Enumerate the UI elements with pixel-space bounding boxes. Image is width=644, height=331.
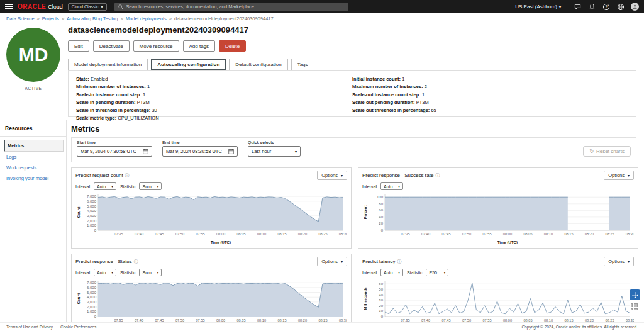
svg-text:Count: Count bbox=[77, 293, 80, 304]
svg-text:30: 30 bbox=[379, 298, 383, 302]
sidebar-item-metrics[interactable]: Metrics bbox=[4, 140, 64, 152]
breadcrumb-data-science[interactable]: Data Science bbox=[6, 16, 35, 21]
drag-grid-icon[interactable] bbox=[631, 303, 638, 310]
calendar-icon[interactable] bbox=[228, 149, 234, 154]
terms-link[interactable]: Terms of Use and Privacy bbox=[6, 325, 53, 329]
interval-label: Interval bbox=[75, 184, 90, 189]
cloud-classic-button[interactable]: Cloud Classic ▾ bbox=[68, 3, 107, 11]
svg-text:07:35: 07:35 bbox=[114, 232, 123, 236]
tab-autoscaling-configuration[interactable]: Autoscaling configuration bbox=[151, 59, 226, 70]
reset-charts-button[interactable]: ↻ Reset charts bbox=[583, 146, 631, 157]
chevron-down-icon: ▾ bbox=[341, 174, 343, 177]
cloud-classic-label: Cloud Classic bbox=[72, 4, 99, 9]
svg-text:5,000: 5,000 bbox=[87, 205, 97, 208]
config-label: Scale-in instance count step: bbox=[76, 92, 142, 98]
start-time-field: Start time Mar 9, 2024 07:30:58 UTC bbox=[77, 140, 152, 157]
svg-text:80: 80 bbox=[379, 202, 383, 206]
breadcrumb-model-deployments[interactable]: Model deployments bbox=[126, 16, 167, 21]
language-globe-icon[interactable] bbox=[616, 3, 625, 11]
end-time-input[interactable]: Mar 9, 2024 08:30:58 UTC bbox=[162, 146, 238, 157]
announcements-icon[interactable] bbox=[573, 3, 582, 11]
chart-options-button[interactable]: Options▾ bbox=[317, 171, 347, 180]
chart-options-button[interactable]: Options▾ bbox=[317, 257, 347, 266]
user-profile-icon[interactable] bbox=[631, 3, 639, 11]
time-controls-panel: Start time Mar 9, 2024 07:30:58 UTC End … bbox=[71, 137, 636, 162]
statistic-select[interactable]: Sum▾ bbox=[139, 269, 162, 276]
quick-selects-dropdown[interactable]: Last hour ▾ bbox=[248, 146, 301, 157]
svg-text:08:10: 08:10 bbox=[257, 232, 266, 236]
region-selector[interactable]: US East (Ashburn) ▾ bbox=[515, 4, 561, 9]
sidebar-item-work-requests[interactable]: Work requests bbox=[4, 162, 64, 173]
statistic-select[interactable]: P50▾ bbox=[426, 269, 448, 276]
start-time-input[interactable]: Mar 9, 2024 07:30:58 UTC bbox=[77, 146, 152, 157]
interval-select[interactable]: Auto▾ bbox=[380, 182, 403, 190]
svg-text:4,000: 4,000 bbox=[87, 295, 97, 299]
config-row-scale-out-threshold: Scale-out threshold in percentage: 65 bbox=[352, 108, 628, 113]
edit-button[interactable]: Edit bbox=[68, 40, 89, 52]
svg-text:07:50: 07:50 bbox=[462, 232, 471, 236]
delete-button[interactable]: Delete bbox=[219, 40, 246, 52]
sidebar-item-invoking-your-model[interactable]: Invoking your model bbox=[4, 173, 64, 184]
chart-header: Predict response - Status ⓘ Options▾ bbox=[75, 257, 347, 266]
svg-text:08:00: 08:00 bbox=[503, 232, 512, 236]
statistic-value: Sum bbox=[142, 271, 151, 275]
interval-select[interactable]: Auto▾ bbox=[94, 182, 116, 190]
svg-text:08:00: 08:00 bbox=[216, 232, 225, 236]
oci-console-page: ORACLE Cloud Cloud Classic ▾ Search reso… bbox=[0, 0, 644, 331]
chart-title: Predict request count bbox=[75, 172, 123, 178]
chevron-down-icon: ▾ bbox=[628, 174, 630, 177]
svg-text:100: 100 bbox=[377, 195, 384, 199]
calendar-icon[interactable] bbox=[143, 149, 148, 154]
svg-text:0: 0 bbox=[94, 228, 97, 232]
breadcrumb-separator: » bbox=[169, 16, 172, 21]
tab-model-deployment-information[interactable]: Model deployment information bbox=[68, 59, 148, 70]
sidebar-item-logs[interactable]: Logs bbox=[4, 152, 64, 162]
svg-text:60: 60 bbox=[379, 208, 383, 212]
global-search-input[interactable]: Search resources, services, documentatio… bbox=[114, 3, 348, 11]
cookie-preferences-link[interactable]: Cookie Preferences bbox=[60, 325, 96, 329]
svg-text:Time (UTC): Time (UTC) bbox=[211, 240, 231, 244]
accessibility-widget-button[interactable] bbox=[630, 289, 640, 300]
search-placeholder: Search resources, services, documentatio… bbox=[126, 4, 254, 9]
hamburger-menu-icon[interactable] bbox=[5, 4, 13, 9]
svg-text:0: 0 bbox=[381, 228, 384, 232]
add-tags-button[interactable]: Add tags bbox=[183, 40, 216, 52]
svg-text:07:55: 07:55 bbox=[483, 232, 492, 236]
deactivate-button[interactable]: Deactivate bbox=[93, 40, 130, 52]
help-icon[interactable]: ? bbox=[602, 3, 611, 11]
breadcrumb-separator: » bbox=[62, 16, 64, 21]
svg-text:08:05: 08:05 bbox=[524, 232, 533, 236]
oracle-cloud-logo[interactable]: ORACLE Cloud bbox=[18, 3, 63, 10]
svg-text:6,000: 6,000 bbox=[87, 199, 97, 203]
autoscaling-configuration-panel: State: Enabled Minimum number of instanc… bbox=[68, 70, 636, 117]
svg-text:08:25: 08:25 bbox=[606, 232, 614, 236]
interval-select[interactable]: Auto▾ bbox=[380, 269, 403, 276]
svg-text:08:25: 08:25 bbox=[319, 232, 328, 236]
notifications-bell-icon[interactable] bbox=[587, 3, 596, 11]
config-row-max-instances: Maximum number of instances: 2 bbox=[352, 84, 628, 89]
config-row-min-instances: Minimum number of instances: 1 bbox=[76, 84, 352, 89]
reset-icon: ↻ bbox=[589, 149, 594, 154]
chart-card-predict-latency: Predict latency ⓘ Options▾ Interval Auto… bbox=[358, 254, 638, 322]
svg-text:?: ? bbox=[605, 4, 608, 9]
svg-text:07:45: 07:45 bbox=[442, 232, 451, 236]
interval-select[interactable]: Auto▾ bbox=[94, 269, 116, 276]
chart-options-button[interactable]: Options▾ bbox=[604, 257, 634, 266]
chart-options-button[interactable]: Options▾ bbox=[604, 171, 634, 180]
move-resource-button[interactable]: Move resource bbox=[133, 40, 179, 52]
tab-default-configuration[interactable]: Default configuration bbox=[229, 59, 287, 70]
breadcrumb-projects[interactable]: Projects bbox=[42, 16, 59, 21]
chart-controls: Interval Auto▾ Statistic Sum▾ bbox=[75, 182, 347, 190]
config-value: 1 bbox=[147, 84, 150, 89]
config-value: 1 bbox=[402, 76, 404, 82]
svg-text:2,000: 2,000 bbox=[87, 219, 97, 223]
config-label: Scale-out pending duration: bbox=[352, 99, 415, 105]
svg-text:08:15: 08:15 bbox=[278, 232, 287, 236]
tab-tags[interactable]: Tags bbox=[291, 59, 314, 70]
chevron-down-icon: ▾ bbox=[341, 260, 343, 264]
statistic-label: Statistic bbox=[120, 184, 136, 189]
breadcrumb: Data Science » Projects » Autoscaling Bl… bbox=[0, 13, 644, 23]
statistic-label: Statistic bbox=[407, 271, 423, 275]
statistic-select[interactable]: Sum▾ bbox=[139, 182, 162, 190]
breadcrumb-project-name[interactable]: Autoscaling Blog Testing bbox=[67, 16, 118, 21]
